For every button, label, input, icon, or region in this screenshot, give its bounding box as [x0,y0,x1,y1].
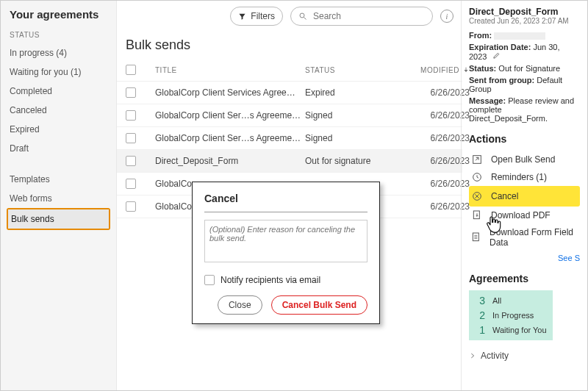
row-checkbox[interactable] [126,179,136,189]
action-download-pdf[interactable]: Download PDF [469,207,580,224]
sidebar-item-expired[interactable]: Expired [1,120,116,139]
edit-expiration-icon[interactable] [492,52,501,61]
dialog-title: Cancel [204,193,368,204]
table-row[interactable]: GlobalCorp Client Ser…s Agreement with f… [117,104,462,127]
details-created: Created Jun 26, 2023 2:07 AM [469,17,580,25]
row-checkbox[interactable] [126,201,136,212]
sidebar-item-bulksends-highlight: Bulk sends [7,208,110,230]
select-all-checkbox[interactable] [126,65,136,75]
info-icon[interactable]: i [440,10,453,23]
group-label: Sent from group: [469,76,534,85]
sidebar-item-waiting[interactable]: Waiting for you (1) [1,62,116,82]
status-label: Status: [469,64,496,73]
sidebar-item-webforms[interactable]: Web forms [1,189,116,208]
action-cancel[interactable]: Cancel [469,186,580,207]
cancel-bulk-send-button[interactable]: Cancel Bulk Send [271,295,368,315]
search-input[interactable] [312,10,425,22]
sidebar-section-status: STATUS [1,31,116,43]
sidebar-item-draft[interactable]: Draft [1,139,116,158]
row-checkbox[interactable] [126,156,136,166]
sidebar-item-completed[interactable]: Completed [1,82,116,101]
filters-button[interactable]: Filters [230,7,283,26]
search-input-wrap[interactable] [290,7,433,26]
search-icon [298,12,307,21]
cancel-circle-icon [470,190,484,202]
action-open-bulk-send[interactable]: Open Bulk Send [469,151,580,168]
expiration-label: Expiration Date: [469,43,531,51]
col-status[interactable]: STATUS [305,66,393,74]
from-value-redacted [494,32,545,40]
col-modified[interactable]: MODIFIED [396,66,470,74]
filters-label: Filters [251,11,275,21]
agreements-summary: 3All 2In Progress 1Waiting for You [469,290,553,340]
cancel-reason-input[interactable] [204,220,368,262]
sidebar: Your agreements STATUS In progress (4) W… [1,1,117,390]
agreement-waiting[interactable]: 1Waiting for You [475,323,547,337]
see-all-link[interactable]: See S [469,254,580,262]
notify-label: Notify recipients via email [220,275,320,285]
row-checkbox[interactable] [126,133,136,143]
table-row[interactable]: GlobalCorp Client Services Agreement Exp… [117,82,462,104]
action-reminders[interactable]: Reminders (1) [469,168,580,186]
sidebar-item-bulksends[interactable]: Bulk sends [8,209,109,229]
action-download-fields[interactable]: Download Form Field Data [469,224,580,251]
row-checkbox[interactable] [126,110,136,121]
open-icon [470,154,484,165]
svg-rect-8 [473,211,479,219]
svg-point-0 [300,13,304,18]
agreements-heading: Agreements [469,273,580,284]
table-header: TITLE STATUS MODIFIED [117,59,462,82]
table-row[interactable]: Direct_Deposit_Form Out for signature 6/… [117,150,462,173]
clock-icon [470,171,484,183]
download-fields-icon [470,232,482,243]
from-label: From: [469,31,492,40]
dialog-divider [204,212,368,212]
agreement-inprogress[interactable]: 2In Progress [475,308,547,323]
table-row[interactable]: GlobalCorp Client Ser…s Agreement with f… [117,127,462,150]
sidebar-item-canceled[interactable]: Canceled [1,101,116,120]
download-pdf-icon [470,209,484,221]
actions-heading: Actions [469,133,580,145]
col-title[interactable]: TITLE [155,66,302,74]
message-label: Message: [469,96,506,105]
activity-toggle[interactable]: Activity [469,351,580,361]
row-checkbox[interactable] [126,87,136,98]
filter-icon [238,12,246,21]
details-panel: Direct_Deposit_Form Created Jun 26, 2023… [461,1,587,390]
close-button[interactable]: Close [218,295,262,315]
details-title: Direct_Deposit_Form [469,7,580,17]
page-title: Your agreements [1,7,116,31]
chevron-right-icon [469,352,476,359]
main-heading: Bulk sends [126,37,453,53]
status-value: Out for Signature [498,64,560,73]
notify-checkbox[interactable] [204,275,215,285]
sidebar-item-templates[interactable]: Templates [1,170,116,189]
agreement-all[interactable]: 3All [475,293,547,308]
sidebar-item-inprogress[interactable]: In progress (4) [1,43,116,62]
cancel-dialog: Cancel Notify recipients via email Close… [192,182,380,324]
svg-line-1 [304,18,306,20]
